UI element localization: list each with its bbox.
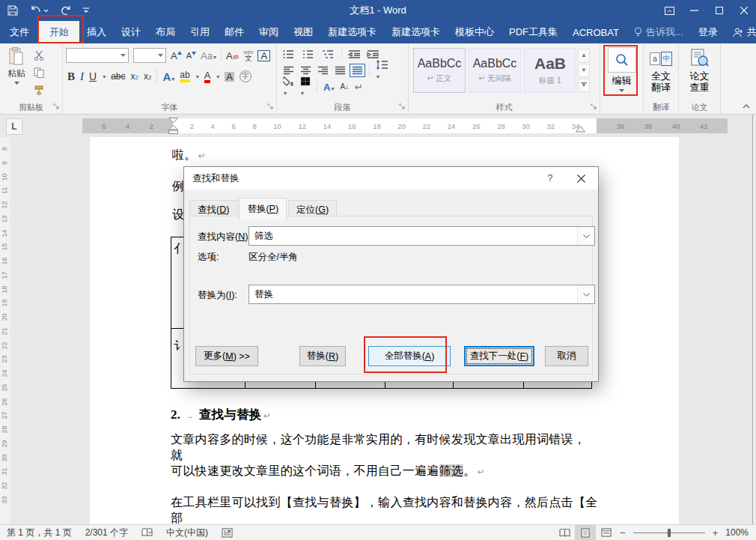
tab-pdf-tools[interactable]: PDF工具集 <box>502 21 565 43</box>
font-dialog-launcher-icon[interactable] <box>267 101 274 112</box>
clear-formatting-button[interactable]: A <box>226 51 240 61</box>
dialog-tab-replace[interactable]: 替换(P) <box>239 198 287 220</box>
font-size-combo[interactable] <box>133 48 166 63</box>
zoom-slider-thumb[interactable] <box>668 529 671 537</box>
minimize-button[interactable] <box>682 0 707 21</box>
paper-check-button[interactable]: 论文查重 <box>682 46 717 94</box>
text-effects-button[interactable]: A▾ <box>162 71 174 82</box>
tab-layout[interactable]: 布局 <box>148 21 183 43</box>
align-right-button[interactable] <box>317 66 329 75</box>
vertical-scrollbar[interactable] <box>752 115 756 524</box>
zoom-out-button[interactable]: − <box>617 527 629 539</box>
tab-new-tab-2[interactable]: 新建选项卡 <box>384 21 448 43</box>
page-indicator[interactable]: 第 1 页，共 1 页 <box>0 525 79 540</box>
shading-button[interactable]: ▾ <box>283 76 294 97</box>
styles-dialog-launcher-icon[interactable] <box>591 101 597 112</box>
tab-review[interactable]: 审阅 <box>252 21 286 43</box>
underline-button[interactable]: U <box>89 71 97 82</box>
chevron-down-icon[interactable] <box>577 285 594 303</box>
underline-dropdown-icon[interactable]: ▾ <box>103 73 106 80</box>
share-button[interactable]: 共享 <box>725 21 756 43</box>
find-next-button[interactable]: 查找下一处(F) <box>464 346 534 366</box>
web-layout-icon[interactable] <box>596 525 617 540</box>
font-color-button[interactable]: A <box>204 70 211 83</box>
font-name-combo[interactable] <box>66 48 129 63</box>
copy-icon[interactable] <box>31 66 46 79</box>
distribute-button[interactable] <box>352 66 363 75</box>
chevron-down-icon[interactable] <box>577 227 594 245</box>
show-hide-marks-button[interactable]: ↵ <box>355 82 363 92</box>
borders-button[interactable]: ▾ <box>300 76 311 97</box>
styles-gallery-more-icon[interactable]: ▼ <box>578 79 590 92</box>
zoom-in-button[interactable]: + <box>710 527 722 539</box>
justify-button[interactable] <box>335 66 346 75</box>
replace-with-combo[interactable]: 替换 <box>249 285 595 304</box>
character-border-button[interactable]: A <box>257 50 270 61</box>
tell-me-box[interactable]: 告诉我... <box>627 21 691 43</box>
sign-in-button[interactable]: 登录 <box>691 21 725 43</box>
decrease-indent-button[interactable] <box>348 49 361 59</box>
clipboard-dialog-launcher-icon[interactable] <box>53 101 60 112</box>
proofing-icon[interactable] <box>135 525 159 540</box>
increase-indent-button[interactable] <box>367 49 379 59</box>
align-left-button[interactable] <box>283 66 294 75</box>
styles-scroll-down-icon[interactable]: ▼ <box>578 64 590 77</box>
cut-icon[interactable] <box>31 49 46 62</box>
cancel-button[interactable]: 取消 <box>545 346 588 366</box>
bullet-list-button[interactable] <box>283 49 296 59</box>
hanging-indent-marker[interactable] <box>168 125 178 134</box>
character-shading-button[interactable]: A <box>225 72 234 82</box>
zoom-level[interactable]: 100% <box>721 527 756 538</box>
dialog-help-button[interactable]: ? <box>536 167 564 189</box>
tab-design[interactable]: 设计 <box>114 21 148 43</box>
tab-new-tab-1[interactable]: 新建选项卡 <box>320 21 384 43</box>
print-layout-icon[interactable] <box>575 525 596 540</box>
dialog-title-bar[interactable]: 查找和替换 ? <box>184 167 598 189</box>
first-line-indent-marker[interactable] <box>168 118 178 124</box>
collapse-ribbon-icon[interactable] <box>743 100 750 111</box>
enclose-characters-button[interactable]: 字 <box>240 70 252 82</box>
paste-button[interactable]: 粘贴 <box>3 46 30 100</box>
dialog-close-icon[interactable] <box>564 167 598 189</box>
font-color-dropdown-icon[interactable]: ▾ <box>216 73 219 80</box>
tab-file[interactable]: 文件 <box>0 21 39 43</box>
shrink-font-button[interactable]: A <box>186 52 196 60</box>
bold-button[interactable]: B <box>67 71 75 82</box>
read-mode-icon[interactable] <box>554 525 575 540</box>
tab-insert[interactable]: 插入 <box>79 21 114 43</box>
phonetic-guide-button[interactable]: wén 文 <box>244 49 254 62</box>
italic-button[interactable]: I <box>80 71 84 82</box>
style-card-no-spacing[interactable]: AaBbCc ↵ 无间隔 <box>469 48 521 93</box>
line-spacing-button[interactable]: ▾ <box>376 60 388 81</box>
highlight-dropdown-icon[interactable]: ▾ <box>196 73 199 80</box>
ime-mode-icon[interactable] <box>215 525 240 540</box>
tab-view[interactable]: 视图 <box>286 21 320 43</box>
change-case-button[interactable]: Aa▾ <box>201 51 216 61</box>
styles-scroll-up-icon[interactable]: ▲ <box>578 49 590 62</box>
replace-button[interactable]: 替换(R) <box>299 346 346 366</box>
highlight-color-button[interactable]: ab <box>180 70 189 82</box>
language-indicator[interactable]: 中文(中国) <box>159 525 215 540</box>
style-card-heading1[interactable]: AaB 标题 1 <box>524 48 576 93</box>
tab-template-center[interactable]: 模板中心 <box>448 21 502 43</box>
full-text-translate-button[interactable]: a 中 全文翻译 <box>647 46 675 94</box>
right-indent-marker[interactable] <box>576 126 585 133</box>
align-center-button[interactable] <box>300 66 311 75</box>
asian-layout-button[interactable]: A▾ <box>323 82 334 92</box>
maximize-button[interactable] <box>707 0 731 21</box>
tab-acrobat[interactable]: ACROBAT <box>565 21 627 43</box>
subscript-button[interactable]: x2 <box>131 72 138 81</box>
tab-references[interactable]: 引用 <box>183 21 217 43</box>
multilevel-list-button[interactable] <box>322 49 335 59</box>
find-what-combo[interactable]: 筛选 <box>249 226 595 246</box>
format-painter-icon[interactable] <box>31 83 46 97</box>
strikethrough-button[interactable]: abc <box>111 72 125 81</box>
word-count[interactable]: 2/301 个字 <box>79 525 135 540</box>
grow-font-button[interactable]: A <box>171 51 182 61</box>
tab-mailings[interactable]: 邮件 <box>217 21 252 43</box>
superscript-button[interactable]: x2 <box>144 72 151 81</box>
zoom-slider[interactable] <box>633 525 705 540</box>
style-card-normal[interactable]: AaBbCc ↵ 正文 <box>413 48 466 93</box>
ribbon-display-options-icon[interactable] <box>657 0 682 21</box>
more-button[interactable]: 更多(M) >> <box>195 346 258 366</box>
